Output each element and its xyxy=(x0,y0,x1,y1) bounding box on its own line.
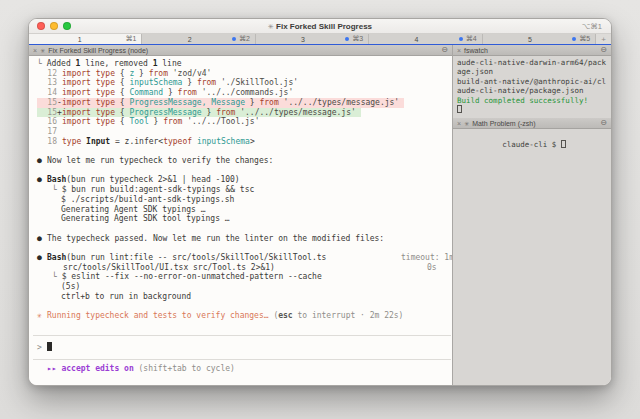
text-segment: inputSchema xyxy=(197,137,250,146)
terminal-line: 12 import type { z } from 'zod/v4' xyxy=(37,69,448,79)
tab-number: 4 xyxy=(374,36,459,43)
diff-sign xyxy=(57,127,62,137)
math-shell-output[interactable]: claude-cli $ xyxy=(453,129,611,386)
text-segment: Now let me run typecheck to verify the c… xyxy=(47,156,273,165)
pane-activity-icon: ✳ xyxy=(40,47,45,54)
pane-collapse-icon[interactable]: ⊖ xyxy=(441,46,448,54)
terminal-line: ●Bash(bun run typecheck 2>&1 | head -100… xyxy=(37,175,448,185)
window-title-text: Fix Forked Skill Progress xyxy=(276,22,372,31)
text-segment: (bun run lint:file -- src/tools/SkillToo… xyxy=(66,253,326,262)
terminal-line: └ Added 1 line, removed 1 line xyxy=(37,59,448,69)
terminal-line xyxy=(37,224,448,234)
bullet-icon: ● xyxy=(37,253,47,263)
tab-4[interactable]: 4⌘4 xyxy=(369,34,482,44)
pane-close-icon[interactable]: × xyxy=(457,120,461,127)
pane-close-icon[interactable]: × xyxy=(33,47,37,54)
terminal-line: ✳Running typecheck and tests to verify c… xyxy=(37,311,448,321)
text-segment: './SkillTool.js' xyxy=(216,78,298,87)
text-segment: ▸▸ accept edits on xyxy=(47,364,134,373)
text-segment: { xyxy=(115,88,129,97)
new-tab-button[interactable]: + xyxy=(596,34,611,44)
text-segment: } xyxy=(149,117,163,126)
hollow-cursor xyxy=(457,105,462,113)
text-segment: inputSchema xyxy=(129,78,182,87)
watch-path-line: build-ant-native/@anthropic-ai/cl xyxy=(457,77,611,86)
terminal-line: (5s) xyxy=(61,282,448,292)
terminal-line xyxy=(37,146,448,156)
terminal-line: $ ./scripts/build-ant-sdk-typings.sh xyxy=(61,195,448,205)
tab-3[interactable]: 3⌘3 xyxy=(256,34,369,44)
divider xyxy=(33,359,451,360)
text-segment: The typecheck passed. Now let me run the… xyxy=(47,234,384,243)
text-segment: import type xyxy=(62,108,115,117)
pane-collapse-icon[interactable]: ⊖ xyxy=(600,119,607,127)
line-number: 16 xyxy=(37,117,57,127)
line-number: 15 xyxy=(37,108,57,118)
text-segment: from xyxy=(149,69,168,78)
terminal-line xyxy=(37,166,448,176)
meta-column: 0s xyxy=(427,263,437,273)
build-success-line: Build completed successfully! xyxy=(457,96,611,105)
text-segment: src/tools/SkillTool/UI.tsx src/Tool.ts 2… xyxy=(63,263,275,272)
cursor-line xyxy=(457,105,611,114)
tab-5[interactable]: 5⌘5 xyxy=(483,34,596,44)
text-segment: } xyxy=(182,78,196,87)
text-segment: '../../types/message.js' xyxy=(235,108,355,117)
tab-1[interactable]: 1⌘1 xyxy=(29,34,142,44)
line-number: 14 xyxy=(37,88,57,98)
terminal-line: ●Now let me run typecheck to verify the … xyxy=(37,156,448,166)
terminal-line xyxy=(37,302,448,312)
text-segment: $ ./scripts/build-ant-sdk-typings.sh xyxy=(61,195,234,204)
spinner-icon: ✳ xyxy=(37,311,47,321)
pane-activity-icon: ✳ xyxy=(464,120,469,127)
text-segment: '../../commands.js' xyxy=(197,88,293,97)
tab-activity-dot xyxy=(345,37,349,41)
text-segment: { xyxy=(115,98,129,107)
text-segment: (shift+tab to cycle) xyxy=(134,364,235,373)
text-segment: to interrupt · 2m 22s) xyxy=(293,311,404,320)
text-segment: from xyxy=(178,88,197,97)
meta-column: timeout: 1m xyxy=(401,253,452,263)
terminal-window: ✳ Fix Forked Skill Progress ⌥⌘1 1⌘12⌘23⌘… xyxy=(28,18,612,386)
fswatch-output[interactable]: aude-cli-native-darwin-arm64/package.jso… xyxy=(453,56,611,118)
math-pane-header: × ✳ Math Problem (-zsh) ⊖ xyxy=(453,118,611,129)
text-segment: Generating Agent SDK typings … xyxy=(61,205,206,214)
pane-close-icon[interactable]: × xyxy=(457,47,461,54)
text-segment: } xyxy=(134,69,148,78)
text-segment: esc xyxy=(278,311,292,320)
terminal-line: 16 import type { Tool } from '../../Tool… xyxy=(37,117,448,127)
text-segment: import type xyxy=(62,69,115,78)
text-segment: } xyxy=(202,108,216,117)
watch-path-line: aude-cli-native/package.json xyxy=(457,86,611,95)
text-segment: (5s) xyxy=(61,282,80,291)
terminal-output[interactable]: └ Added 1 line, removed 1 line12 import … xyxy=(29,56,452,386)
text-cursor xyxy=(47,342,53,351)
hollow-cursor xyxy=(561,140,566,148)
line-number: 15 xyxy=(37,98,57,108)
text-segment: '../../types/message.js' xyxy=(279,98,399,107)
terminal-line: ctrl+b to run in background xyxy=(61,292,448,302)
prompt-input[interactable]: > xyxy=(37,340,448,355)
text-segment: } xyxy=(163,88,177,97)
tab-shortcut: ⌘4 xyxy=(466,35,477,43)
left-pane-header: × ✳ Fix Forked Skill Progress (node) ⊖ xyxy=(29,45,452,56)
watch-path-line: age.json xyxy=(457,67,611,76)
tab-2[interactable]: 2⌘2 xyxy=(142,34,255,44)
text-segment: Bash xyxy=(47,175,66,184)
terminal-line: └ $ eslint --fix --no-error-on-unmatched… xyxy=(52,272,448,282)
titlebar-shortcut: ⌥⌘1 xyxy=(582,22,602,31)
text-segment: > xyxy=(250,137,255,146)
line-number: 12 xyxy=(37,69,57,79)
text-segment: Added xyxy=(47,59,76,68)
text-segment: ProgressMessage, Message xyxy=(129,98,245,107)
pane-title: fswatch xyxy=(464,47,488,54)
tab-activity-dot xyxy=(232,37,236,41)
pane-collapse-icon[interactable]: ⊖ xyxy=(600,46,607,54)
text-segment: (bun run typecheck 2>&1 | head -100) xyxy=(66,175,239,184)
bullet-icon: ● xyxy=(37,156,47,166)
tab-shortcut: ⌘2 xyxy=(239,35,250,43)
terminal-line: 15-import type { ProgressMessage, Messag… xyxy=(37,98,404,108)
window-content: × ✳ Fix Forked Skill Progress (node) ⊖ └… xyxy=(29,45,611,386)
tab-number: 3 xyxy=(261,36,346,43)
terminal-line: ●Bash(bun run lint:file -- src/tools/Ski… xyxy=(37,253,448,263)
